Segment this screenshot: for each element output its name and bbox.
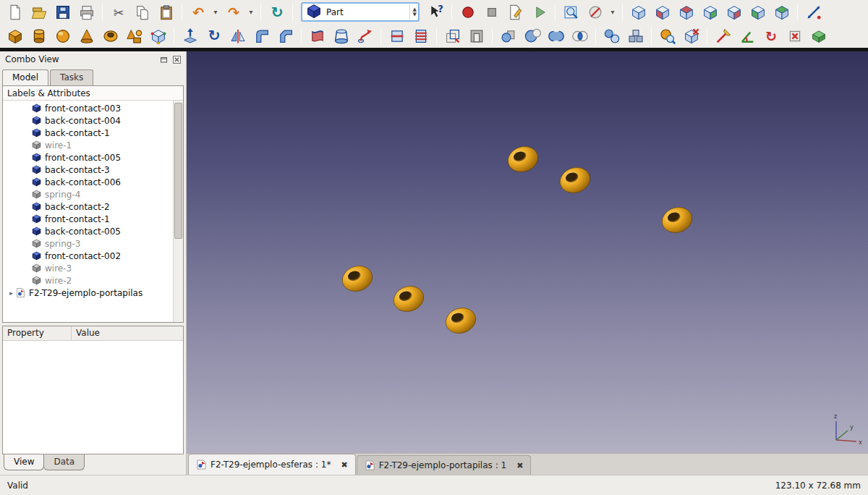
part-cone-button[interactable] [75,25,98,47]
part-offset-button[interactable] [441,25,464,47]
part-cut-button[interactable] [520,25,544,47]
tree-item[interactable]: back-contact-004 [3,114,183,127]
part-compound-button[interactable] [624,25,647,47]
measure-toggle-3d-button[interactable] [807,25,830,47]
open-document-button[interactable] [27,1,51,23]
tree-scrollbar[interactable] [173,101,183,322]
tree-item[interactable]: back-contact-005 [3,225,183,237]
measure-linear-button[interactable] [711,25,735,47]
part-fuse-button[interactable] [544,25,568,47]
torus-object[interactable] [443,304,479,337]
close-tab-icon[interactable]: ✖ [341,460,347,470]
redo-history-button[interactable]: ▼ [245,1,257,23]
workbench-selector[interactable]: Part▲▼ [301,2,420,22]
tree-item[interactable]: front-contact-002 [3,250,183,262]
save-document-button[interactable] [51,1,75,23]
view-bottom-button[interactable] [746,1,770,23]
part-section-button[interactable] [385,25,409,47]
tree-item[interactable]: front-contact-1 [3,213,183,225]
tab-model[interactable]: Model [2,69,48,85]
copy-button[interactable] [130,1,154,23]
measure-clear-all-button[interactable] [783,25,807,47]
macro-execute-button[interactable] [527,1,551,23]
torus-object[interactable] [505,143,541,175]
part-common-button[interactable] [568,25,592,47]
torus-object[interactable] [659,203,695,236]
part-revolve-button[interactable]: ↻ [202,25,226,47]
part-cross-sections-button[interactable] [409,25,433,47]
part-extrude-button[interactable] [178,25,202,47]
part-thickness-button[interactable] [464,25,488,47]
measure-distance-button[interactable] [801,1,825,23]
draw-style-dropdown-button[interactable]: ▼ [607,1,618,23]
document-tab-esferas[interactable]: F2-T29-ejemplo-esferas : 1* ✖ [188,454,356,475]
tab-tasks[interactable]: Tasks [50,69,93,85]
redo-button[interactable]: ↷ [221,1,245,23]
tree-item[interactable]: wire-2 [3,274,183,287]
part-defeaturing-button[interactable] [679,25,703,47]
expand-arrow-icon[interactable]: ▸ [7,289,16,297]
print-button[interactable] [75,1,98,23]
part-ruledsurface-button[interactable] [305,25,329,47]
torus-object[interactable] [557,164,593,196]
tree-item[interactable]: spring-4 [3,188,183,200]
tree-item[interactable]: front-contact-003 [3,102,183,114]
tree-scrollbar-thumb[interactable] [174,103,182,239]
tree-item[interactable]: ▸F2-T29-ejemplo-portapilas [3,287,183,299]
undo-button[interactable]: ↶ [186,1,210,23]
tree-item[interactable]: back-contact-1 [3,127,183,139]
view-left-button[interactable] [770,1,793,23]
tab-data[interactable]: Data [43,454,85,470]
tree-item[interactable]: front-contact-005 [3,151,183,164]
part-sweep-button[interactable] [353,25,377,47]
combo-view-titlebar[interactable]: Combo View [0,51,186,67]
part-shapebuilder-button[interactable] [146,25,170,47]
part-cylinder-button[interactable] [27,25,51,47]
torus-object[interactable] [339,262,375,295]
tree-item[interactable]: back-contact-3 [3,164,183,176]
part-torus-button[interactable] [98,25,122,47]
tree-item[interactable]: wire-3 [3,262,183,274]
macro-stop-button[interactable] [480,1,503,23]
tab-view[interactable]: View [4,454,44,470]
float-panel-icon[interactable] [158,54,169,64]
part-fillet-button[interactable] [250,25,273,47]
macro-record-button[interactable] [456,1,480,23]
close-tab-icon[interactable]: ✖ [516,461,523,470]
part-loft-button[interactable] [329,25,353,47]
view-rear-button[interactable] [722,1,746,23]
part-sphere-button[interactable] [51,25,75,47]
paste-button[interactable] [154,1,178,23]
measure-refresh-button[interactable]: ↻ [759,25,783,47]
3d-viewport[interactable]: z x y [187,51,868,453]
part-join-features-button[interactable] [600,25,624,47]
view-isometric-button[interactable] [626,1,650,23]
new-document-button[interactable] [3,1,27,23]
refresh-button[interactable]: ↻ [265,1,289,23]
draw-style-button[interactable] [583,1,607,23]
value-column-header[interactable]: Value [72,326,183,340]
macro-edit-button[interactable] [503,1,527,23]
document-tab-portapilas[interactable]: F2-T29-ejemplo-portapilas : 1 ✖ [357,455,532,475]
part-mirror-button[interactable] [226,25,250,47]
tree-item[interactable]: spring-3 [3,237,183,250]
property-column-header[interactable]: Property [3,326,72,340]
cut-button[interactable]: ✂ [106,1,130,23]
part-primitives-button[interactable] [122,25,146,47]
fit-all-button[interactable] [559,1,583,23]
torus-object[interactable] [391,282,427,315]
part-chamfer-button[interactable] [273,25,297,47]
view-right-button[interactable] [698,1,722,23]
workbench-selector-spinner[interactable]: ▲▼ [409,4,417,20]
whats-this-button[interactable]: ? [424,1,448,23]
tree-item[interactable]: back-contact-006 [3,176,183,188]
close-panel-icon[interactable] [171,54,182,64]
measure-angular-button[interactable] [735,25,759,47]
part-boolean-button[interactable] [496,25,520,47]
view-front-button[interactable] [650,1,674,23]
undo-history-button[interactable]: ▼ [210,1,221,23]
view-top-button[interactable] [674,1,698,23]
tree-item[interactable]: back-contact-2 [3,200,183,213]
tree-item[interactable]: wire-1 [3,139,183,151]
part-check-geometry-button[interactable] [655,25,679,47]
